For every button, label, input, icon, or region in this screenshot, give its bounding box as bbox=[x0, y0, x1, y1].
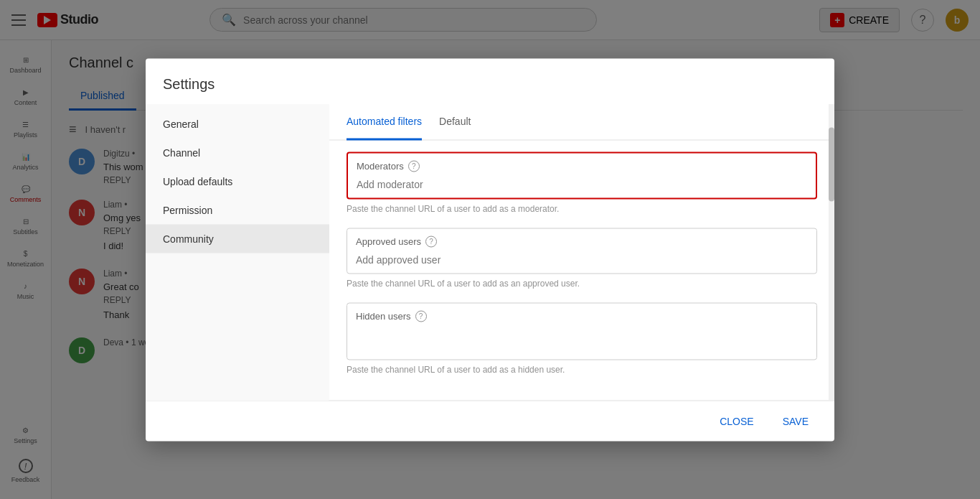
tab-default[interactable]: Default bbox=[439, 103, 471, 140]
hidden-users-group: Hidden users ? Paste the channel URL of … bbox=[347, 302, 817, 374]
moderators-group: Moderators ? Paste the channel URL of a … bbox=[347, 151, 817, 213]
moderators-label: Moderators ? bbox=[357, 160, 807, 172]
scroll-track bbox=[829, 103, 834, 400]
dialog-body: General Channel Upload defaults Permissi… bbox=[146, 103, 834, 400]
hidden-users-help-icon[interactable]: ? bbox=[415, 310, 427, 322]
settings-nav-channel[interactable]: Channel bbox=[146, 138, 329, 167]
dialog-title: Settings bbox=[163, 75, 817, 92]
close-button[interactable]: CLOSE bbox=[711, 409, 762, 432]
moderators-help-icon[interactable]: ? bbox=[408, 160, 420, 172]
moderators-input[interactable] bbox=[357, 178, 807, 190]
settings-scroll-area: Moderators ? Paste the channel URL of a … bbox=[329, 140, 834, 400]
settings-nav-upload-defaults[interactable]: Upload defaults bbox=[146, 167, 329, 195]
hidden-users-hint: Paste the channel URL of a user to add a… bbox=[347, 364, 817, 374]
dialog-footer: CLOSE SAVE bbox=[146, 400, 834, 441]
save-button[interactable]: SAVE bbox=[774, 409, 817, 432]
settings-tabs: Automated filters Default bbox=[329, 103, 834, 140]
settings-content-area: Automated filters Default Moderators ? P… bbox=[329, 103, 834, 400]
moderators-hint: Paste the channel URL of a user to add a… bbox=[347, 203, 817, 213]
approved-users-hint: Paste the channel URL of a user to add a… bbox=[347, 278, 817, 288]
settings-dialog: Settings General Channel Upload defaults… bbox=[146, 58, 834, 441]
settings-nav: General Channel Upload defaults Permissi… bbox=[146, 103, 329, 400]
settings-nav-permission[interactable]: Permission bbox=[146, 195, 329, 224]
settings-nav-community[interactable]: Community bbox=[146, 224, 329, 253]
approved-users-label: Approved users ? bbox=[356, 235, 808, 247]
moderators-field-box: Moderators ? bbox=[347, 151, 817, 199]
settings-nav-general[interactable]: General bbox=[146, 109, 329, 138]
dialog-header: Settings bbox=[146, 58, 834, 103]
hidden-users-label: Hidden users ? bbox=[356, 310, 808, 322]
approved-users-group: Approved users ? Paste the channel URL o… bbox=[347, 228, 817, 288]
approved-users-field-box: Approved users ? bbox=[347, 228, 817, 274]
hidden-users-field-box: Hidden users ? bbox=[347, 302, 817, 360]
tab-automated-filters[interactable]: Automated filters bbox=[347, 103, 422, 140]
approved-users-help-icon[interactable]: ? bbox=[425, 235, 437, 247]
scroll-thumb[interactable] bbox=[829, 127, 834, 201]
approved-users-input[interactable] bbox=[356, 253, 808, 265]
